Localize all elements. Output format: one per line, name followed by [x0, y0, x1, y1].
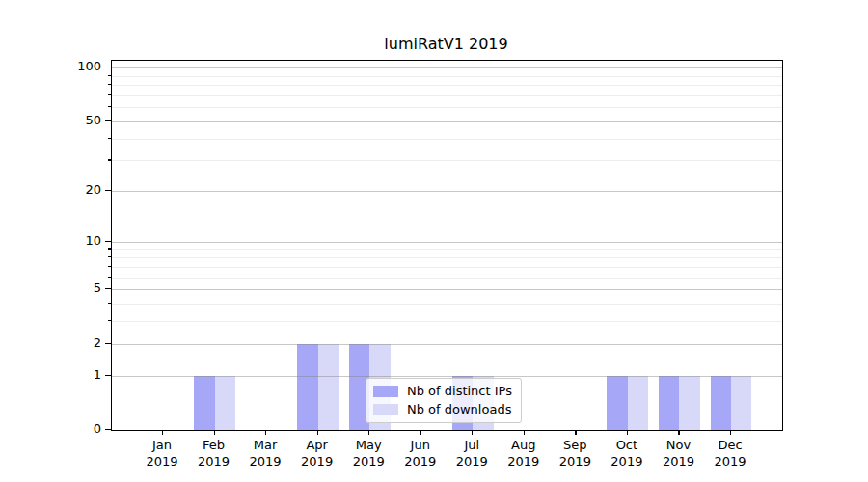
- y-tick: [105, 190, 111, 191]
- y-tick-minor: [108, 266, 111, 267]
- x-tick: [627, 430, 628, 435]
- gridline-minor: [112, 107, 782, 108]
- x-tick: [368, 430, 369, 435]
- x-tick: [678, 430, 679, 435]
- legend: Nb of distinct IPs Nb of downloads: [366, 378, 522, 423]
- y-tick: [105, 120, 111, 121]
- y-tick-label: 0: [14, 421, 101, 437]
- bar-nb-of-downloads-nov: [679, 376, 699, 430]
- bar-nb-of-distinct-ips-dec: [711, 376, 731, 430]
- x-tick: [420, 430, 421, 435]
- bar-nb-of-distinct-ips-nov: [659, 376, 679, 430]
- bar-nb-of-distinct-ips-feb: [194, 376, 214, 430]
- x-tick-label: Dec 2019: [692, 437, 769, 469]
- x-tick: [214, 430, 215, 435]
- gridline-minor: [112, 249, 782, 250]
- y-tick-minor: [108, 84, 111, 85]
- y-tick-minor: [108, 320, 111, 321]
- y-tick-minor: [108, 138, 111, 139]
- gridline-major: [112, 67, 782, 68]
- y-tick-minor: [108, 106, 111, 107]
- x-tick: [162, 430, 163, 435]
- y-tick-minor: [108, 303, 111, 304]
- y-tick-label: 20: [14, 182, 101, 198]
- y-tick: [105, 288, 111, 289]
- y-tick-minor: [108, 94, 111, 95]
- y-tick: [105, 67, 111, 67]
- x-tick: [317, 430, 318, 435]
- y-tick-label: 5: [14, 281, 101, 296]
- x-tick: [575, 430, 576, 435]
- gridline-minor: [112, 278, 782, 279]
- x-tick: [265, 430, 266, 435]
- gridline-major: [112, 121, 782, 122]
- y-tick: [105, 429, 111, 430]
- gridline-minor: [112, 95, 782, 96]
- gridline-major: [112, 344, 782, 345]
- gridline-major: [112, 191, 782, 192]
- y-tick-minor: [108, 256, 111, 257]
- gridline-minor: [112, 160, 782, 161]
- plot-area: Nb of distinct IPs Nb of downloads: [111, 60, 783, 431]
- bar-nb-of-downloads-dec: [731, 376, 751, 430]
- bar-nb-of-downloads-oct: [628, 376, 648, 430]
- x-tick: [524, 430, 525, 435]
- gridline-minor: [112, 139, 782, 140]
- bar-nb-of-downloads-apr: [318, 344, 339, 430]
- y-tick-label: 100: [14, 59, 101, 74]
- y-tick-label: 2: [14, 335, 101, 351]
- legend-item-distinct-ips: Nb of distinct IPs: [373, 384, 512, 398]
- gridline-major: [112, 376, 782, 377]
- chart-title: lumiRatV1 2019: [111, 35, 781, 53]
- legend-label-distinct-ips: Nb of distinct IPs: [407, 384, 512, 398]
- legend-swatch-distinct-ips: [373, 386, 398, 397]
- y-tick: [105, 375, 111, 376]
- x-tick: [472, 430, 473, 435]
- chart-figure: lumiRatV1 2019 Nb of distinct IPs Nb of …: [0, 0, 868, 482]
- bar-nb-of-distinct-ips-apr: [297, 344, 317, 430]
- legend-swatch-downloads: [373, 404, 398, 415]
- gridline-minor: [112, 76, 782, 77]
- y-tick-minor: [108, 248, 111, 249]
- y-tick-label: 10: [14, 233, 101, 249]
- y-tick-minor: [108, 75, 111, 76]
- legend-label-downloads: Nb of downloads: [407, 402, 511, 416]
- y-tick-label: 1: [14, 367, 101, 383]
- bar-nb-of-distinct-ips-oct: [607, 376, 627, 430]
- y-tick-label: 50: [14, 113, 101, 128]
- y-tick-minor: [108, 277, 111, 278]
- y-tick-minor: [108, 159, 111, 160]
- y-tick: [105, 241, 111, 242]
- gridline-minor: [112, 321, 782, 322]
- bar-nb-of-downloads-feb: [215, 376, 235, 430]
- gridline-minor: [112, 85, 782, 86]
- gridline-major: [112, 289, 782, 290]
- gridline-minor: [112, 267, 782, 268]
- gridline-minor: [112, 257, 782, 258]
- x-tick: [730, 430, 731, 435]
- y-tick: [105, 343, 111, 344]
- legend-item-downloads: Nb of downloads: [373, 402, 512, 416]
- gridline-major: [112, 242, 782, 243]
- gridline-minor: [112, 304, 782, 305]
